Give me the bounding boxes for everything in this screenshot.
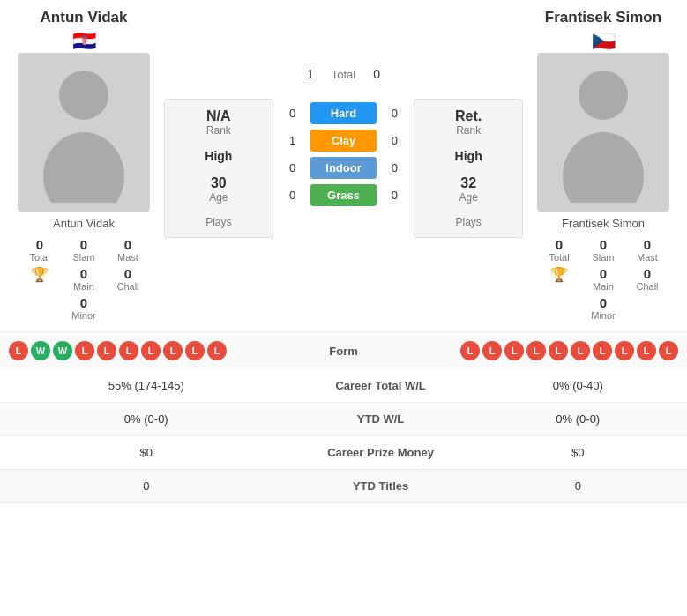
player1-chall-lbl: Chall (116, 281, 138, 292)
hard-badge: Hard (310, 102, 377, 124)
grass-right-val: 0 (382, 189, 407, 202)
stats-center: Career Prize Money (293, 436, 469, 470)
player1-age-block: 30 Age (209, 175, 228, 204)
player1-minor-lbl: Minor (71, 310, 96, 321)
player2-slam-lbl: Slam (592, 252, 614, 263)
player2-header: Frantisek Simon 🇨🇿 (524, 9, 683, 53)
player1-plays-lbl: Plays (205, 216, 231, 228)
score-left: 1 (307, 62, 314, 86)
player2-main-lbl: Main (593, 281, 614, 292)
player2-minor-lbl: Minor (591, 310, 616, 321)
stats-center: YTD W/L (293, 403, 469, 436)
svg-point-0 (59, 71, 108, 120)
form-bubble: W (31, 341, 50, 360)
player1-chall: 0 Chall (110, 266, 146, 292)
player2-mast-val: 0 (644, 237, 651, 252)
score-right: 0 (373, 62, 380, 86)
total-label: Total (332, 68, 355, 81)
player2-middle-card: Ret. Rank High 32 Age Plays (414, 99, 523, 238)
player2-slam: 0 Slam (586, 237, 621, 263)
player1-stats: 0 Total 0 Slam 0 Mast 🏆 0 Main 0 Chall (9, 237, 159, 321)
player2-main: 0 Main (586, 266, 621, 292)
player2-main-val: 0 (600, 266, 607, 281)
stats-center: YTD Titles (293, 470, 469, 503)
form-bubble: L (571, 341, 590, 360)
player2-minor-val: 0 (600, 295, 607, 310)
player1-main-lbl: Main (73, 281, 94, 292)
form-bubble: L (141, 341, 161, 360)
player2-avatar (537, 53, 669, 212)
form-bubble: L (482, 341, 502, 360)
player1-name-below: Antun Vidak (53, 217, 115, 230)
player2-minor: 0 Minor (586, 295, 621, 321)
player2-form-bubbles: LLLLLLLLLL (460, 341, 678, 360)
player2-chall: 0 Chall (630, 266, 665, 292)
player1-rank-lbl: Rank (206, 124, 231, 137)
grass-badge: Grass (310, 184, 377, 206)
player1-section: Antun Vidak 🇭🇷 Antun Vidak 0 Total 0 Sla… (9, 9, 159, 321)
form-bubble: L (615, 341, 634, 360)
player2-rank-block: Ret. Rank (455, 108, 482, 137)
stats-right: 0% (0-0) (469, 403, 687, 436)
player2-plays-lbl: Plays (455, 216, 481, 228)
player1-plays-block: Plays (205, 216, 231, 228)
surface-row-indoor: 0 Indoor 0 (280, 157, 407, 179)
player2-plays-block: Plays (455, 216, 481, 228)
total-score-row: 1 Total 0 (164, 62, 523, 86)
player2-chall-lbl: Chall (636, 281, 658, 292)
form-bubble: L (593, 341, 612, 360)
indoor-right-val: 0 (382, 161, 407, 174)
player2-total-val: 0 (556, 237, 563, 252)
player1-high-label: High (205, 149, 232, 163)
stats-right: $0 (469, 436, 687, 470)
player1-minor: 0 Minor (66, 295, 101, 321)
player2-stats: 0 Total 0 Slam 0 Mast 🏆 0 Main 0 Chall (528, 237, 678, 321)
form-bubble: L (207, 341, 227, 360)
player2-mast: 0 Mast (630, 237, 665, 263)
player1-form-bubbles: LWWLLLLLLL (9, 341, 227, 360)
stats-left: $0 (0, 436, 293, 470)
stats-left: 0 (0, 470, 293, 503)
hard-right-val: 0 (382, 107, 407, 120)
stats-row: 0YTD Titles0 (0, 470, 687, 503)
surface-row-grass: 0 Grass 0 (280, 184, 407, 206)
stats-row: 55% (174-145)Career Total W/L0% (0-40) (0, 369, 687, 403)
form-section: LWWLLLLLLL Form LLLLLLLLLL (0, 331, 687, 369)
player2-trophy-icon: 🏆 (550, 266, 568, 283)
stats-right: 0 (469, 470, 687, 503)
player1-slam-lbl: Slam (72, 252, 94, 263)
player1-minor-val: 0 (80, 295, 87, 310)
form-bubble: L (9, 341, 28, 360)
indoor-left-val: 0 (280, 161, 305, 174)
player1-chall-val: 0 (124, 266, 131, 281)
player2-age-lbl: Age (459, 191, 477, 204)
player2-trophy: 🏆 (541, 266, 577, 292)
form-bubble: L (460, 341, 480, 360)
player1-trophy: 🏆 (22, 266, 57, 292)
form-bubble: W (53, 341, 72, 360)
stats-table: 55% (174-145)Career Total W/L0% (0-40)0%… (0, 369, 687, 503)
player2-name: Frantisek Simon (545, 9, 661, 26)
form-bubble: L (97, 341, 116, 360)
player2-slam-val: 0 (600, 237, 607, 252)
player1-avatar (18, 53, 150, 212)
player2-rank-lbl: Rank (455, 124, 482, 137)
grass-left-val: 0 (280, 189, 305, 202)
player1-flag: 🇭🇷 (72, 30, 96, 53)
form-bubble: L (659, 341, 678, 360)
player2-mast-lbl: Mast (637, 252, 658, 263)
svg-point-1 (43, 132, 124, 203)
player2-name-below: Frantisek Simon (562, 217, 645, 230)
svg-point-3 (563, 132, 644, 203)
player1-age-lbl: Age (209, 191, 228, 204)
center-section: 1 Total 0 N/A Rank High 30 Age Pla (164, 9, 523, 238)
player2-chall-val: 0 (644, 266, 651, 281)
clay-badge: Clay (310, 130, 377, 152)
player1-age-val: 30 (209, 175, 228, 191)
player1-slam-val: 0 (80, 237, 87, 252)
player1-total: 0 Total (22, 237, 57, 263)
form-bubble: L (119, 341, 138, 360)
player1-rank-val: N/A (206, 108, 231, 124)
stats-center: Career Total W/L (293, 369, 469, 403)
player2-high-label: High (455, 149, 482, 163)
